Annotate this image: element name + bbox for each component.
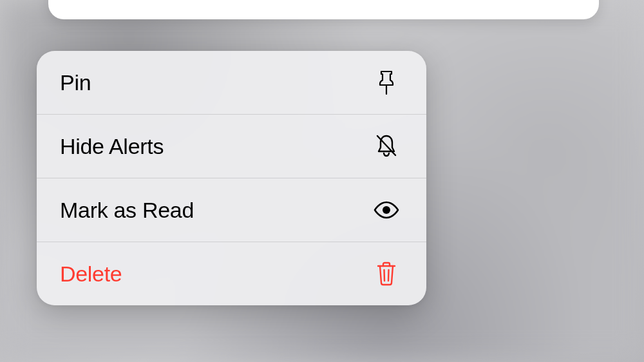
menu-item-delete[interactable]: Delete — [37, 242, 426, 305]
context-menu: Pin Hide Alerts Mark as Read Del — [37, 51, 426, 305]
menu-item-label: Hide Alerts — [60, 134, 164, 159]
preview-card — [48, 0, 599, 19]
trash-icon — [372, 261, 401, 287]
svg-point-1 — [383, 206, 390, 214]
eye-icon — [372, 197, 401, 223]
svg-line-3 — [388, 270, 389, 281]
pin-icon — [372, 70, 401, 95]
menu-item-label: Delete — [60, 262, 122, 287]
menu-item-label: Mark as Read — [60, 198, 194, 223]
menu-item-mark-as-read[interactable]: Mark as Read — [37, 178, 426, 242]
menu-item-hide-alerts[interactable]: Hide Alerts — [37, 114, 426, 178]
svg-line-2 — [384, 270, 385, 281]
bell-slash-icon — [372, 133, 401, 159]
menu-item-label: Pin — [60, 70, 91, 95]
menu-item-pin[interactable]: Pin — [37, 51, 426, 114]
